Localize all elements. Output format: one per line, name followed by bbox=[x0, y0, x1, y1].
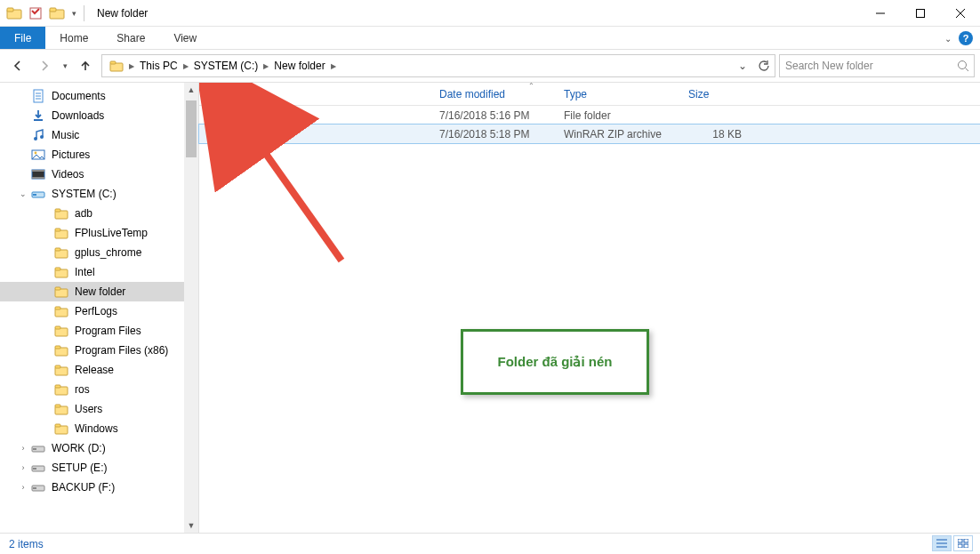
column-name[interactable]: Name bbox=[199, 83, 430, 105]
tree-item-label: FPlusLiveTemp bbox=[75, 227, 148, 239]
column-type[interactable]: Type bbox=[555, 83, 679, 105]
breadcrumb-drive[interactable]: SYSTEM (C:) bbox=[190, 60, 262, 72]
tree-item[interactable]: ›SETUP (E:) bbox=[0, 458, 198, 478]
view-details-button[interactable] bbox=[932, 535, 952, 551]
folder-icon bbox=[53, 284, 69, 300]
tree-item[interactable]: Release bbox=[0, 360, 198, 380]
tree-item[interactable]: ›BACKUP (F:) bbox=[0, 478, 198, 497]
address-dropdown-icon[interactable]: ⌄ bbox=[732, 55, 753, 76]
tree-item-label: PerfLogs bbox=[75, 305, 117, 317]
tree-item-label: Pictures bbox=[52, 149, 90, 161]
svg-rect-68 bbox=[958, 539, 962, 542]
back-button[interactable] bbox=[5, 53, 30, 78]
tree-item-label: Program Files bbox=[75, 325, 141, 337]
pictures-icon bbox=[30, 147, 46, 163]
maximize-button[interactable] bbox=[900, 0, 940, 27]
tree-item[interactable]: ⌄SYSTEM (C:) bbox=[0, 184, 198, 204]
tree-caret-icon[interactable]: › bbox=[18, 444, 28, 453]
tree-caret-icon[interactable]: › bbox=[18, 463, 28, 472]
tree-item[interactable]: New folder bbox=[0, 282, 198, 301]
ribbon-tabs: File Home Share View ⌄ ? bbox=[0, 27, 980, 50]
column-size[interactable]: Size bbox=[679, 83, 751, 105]
crumb-sep-icon[interactable]: ▶ bbox=[127, 62, 136, 70]
crumb-sep-icon[interactable]: ▶ bbox=[329, 62, 338, 70]
qat-properties-icon[interactable] bbox=[25, 3, 46, 24]
tree-item[interactable]: Program Files bbox=[0, 321, 198, 341]
file-date: 7/16/2018 5:18 PM bbox=[430, 128, 555, 141]
tab-view[interactable]: View bbox=[159, 27, 211, 49]
tree-item[interactable]: Videos bbox=[0, 165, 198, 184]
annotation-label: Folder đã giải nén bbox=[497, 354, 612, 370]
svg-rect-61 bbox=[213, 131, 221, 132]
up-button[interactable] bbox=[73, 53, 98, 78]
refresh-icon[interactable] bbox=[753, 55, 775, 76]
tree-item-label: SETUP (E:) bbox=[52, 462, 107, 474]
folder-icon bbox=[53, 362, 69, 378]
tree-scrollbar[interactable]: ▲ ▼ bbox=[184, 83, 198, 533]
tree-item[interactable]: ros bbox=[0, 380, 198, 399]
tree-item[interactable]: FPlusLiveTemp bbox=[0, 223, 198, 243]
tree-item[interactable]: Music bbox=[0, 125, 198, 145]
scroll-down-icon[interactable]: ▼ bbox=[184, 518, 198, 533]
address-bar[interactable]: ▶ This PC ▶ SYSTEM (C:) ▶ New folder ▶ ⌄ bbox=[101, 54, 775, 77]
tab-file[interactable]: File bbox=[0, 27, 45, 49]
tab-home[interactable]: Home bbox=[45, 27, 102, 49]
tree-caret-icon[interactable]: › bbox=[18, 483, 28, 492]
help-icon[interactable]: ? bbox=[959, 31, 973, 45]
minimize-button[interactable] bbox=[860, 0, 900, 27]
search-box[interactable] bbox=[779, 54, 975, 77]
tree-item[interactable]: Intel bbox=[0, 262, 198, 282]
folder-icon bbox=[53, 225, 69, 241]
close-button[interactable] bbox=[940, 0, 980, 27]
breadcrumb-thispc[interactable]: This PC bbox=[136, 60, 181, 72]
tree-item[interactable]: Downloads bbox=[0, 106, 198, 125]
search-icon bbox=[957, 60, 968, 72]
tree-item[interactable]: Program Files (x86) bbox=[0, 341, 198, 360]
svg-point-18 bbox=[34, 137, 37, 141]
view-thumbnails-button[interactable] bbox=[953, 535, 973, 551]
qat-dropdown-icon[interactable]: ▾ bbox=[68, 3, 80, 24]
tree-item-label: Release bbox=[75, 364, 114, 376]
tree-item-label: Videos bbox=[52, 168, 84, 181]
tree-item[interactable]: PerfLogs bbox=[0, 301, 198, 321]
tree-item[interactable]: gplus_chrome bbox=[0, 243, 198, 262]
tree-item[interactable]: Documents bbox=[0, 86, 198, 106]
window-titlebar: ▾ New folder bbox=[0, 0, 980, 27]
file-type: File folder bbox=[555, 109, 679, 122]
tree-item-label: New folder bbox=[75, 285, 125, 298]
scroll-up-icon[interactable]: ▲ bbox=[184, 83, 198, 97]
tree-item[interactable]: Windows bbox=[0, 419, 198, 438]
svg-rect-38 bbox=[55, 307, 60, 309]
tree-item[interactable]: Users bbox=[0, 399, 198, 419]
breadcrumb-folder[interactable]: New folder bbox=[270, 60, 328, 72]
ribbon-expand-icon[interactable]: ⌄ bbox=[944, 34, 952, 44]
drive-icon bbox=[30, 479, 46, 495]
svg-rect-58 bbox=[211, 109, 216, 112]
svg-rect-1 bbox=[7, 8, 13, 12]
crumb-sep-icon[interactable]: ▶ bbox=[261, 62, 270, 70]
crumb-sep-icon[interactable]: ▶ bbox=[181, 62, 190, 70]
tree-item-label: Users bbox=[75, 403, 102, 415]
svg-rect-60 bbox=[212, 127, 222, 130]
file-row[interactable]: getcookie7/16/2018 5:18 PMWinRAR ZIP arc… bbox=[199, 124, 980, 143]
file-date: 7/16/2018 5:16 PM bbox=[430, 109, 555, 122]
file-type: WinRAR ZIP archive bbox=[555, 128, 679, 141]
tree-item[interactable]: ›WORK (D:) bbox=[0, 438, 198, 458]
tree-caret-icon[interactable]: ⌄ bbox=[18, 189, 28, 198]
svg-rect-63 bbox=[213, 135, 221, 136]
folder-icon bbox=[53, 205, 69, 221]
tree-item-label: Intel bbox=[75, 266, 95, 278]
file-row[interactable]: ahachatplus7/16/2018 5:16 PMFile folder bbox=[199, 106, 980, 124]
scroll-thumb[interactable] bbox=[186, 100, 197, 157]
tree-item[interactable]: Pictures bbox=[0, 145, 198, 165]
breadcrumb-root-icon[interactable] bbox=[106, 59, 127, 73]
recent-dropdown[interactable]: ▾ bbox=[59, 53, 71, 78]
forward-button[interactable] bbox=[32, 53, 57, 78]
tree-item[interactable]: adb bbox=[0, 204, 198, 223]
column-date[interactable]: Date modified bbox=[430, 83, 555, 105]
navigation-tree[interactable]: DocumentsDownloadsMusicPicturesVideos⌄SY… bbox=[0, 83, 199, 533]
search-input[interactable] bbox=[785, 60, 952, 72]
folder-icon bbox=[53, 381, 69, 397]
tab-share[interactable]: Share bbox=[102, 27, 159, 49]
music-icon bbox=[30, 127, 46, 143]
